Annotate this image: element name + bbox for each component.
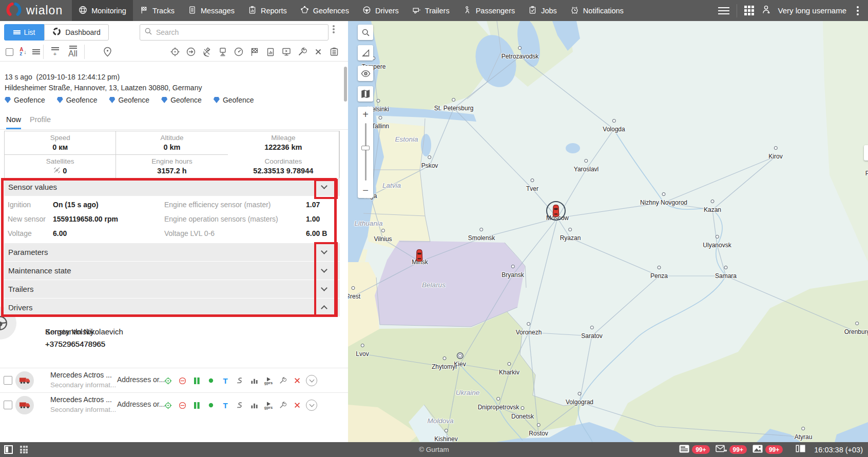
speedometer-icon[interactable]	[233, 46, 244, 57]
map-pin-icon[interactable]	[101, 43, 114, 61]
no-entry-icon[interactable]	[178, 376, 187, 385]
zoom-slider-track[interactable]	[365, 123, 367, 181]
gprs-play-icon[interactable]: gprs	[264, 402, 273, 409]
unit-row[interactable]: Mercedes Actros ... Secondary informat..…	[0, 368, 348, 392]
geofence-chip[interactable]: Geofence	[109, 96, 149, 104]
expand-unit-icon[interactable]	[306, 375, 317, 386]
data-terminal-icon[interactable]	[217, 46, 228, 57]
unit-wrench-icon[interactable]	[278, 376, 287, 385]
expand-unit-icon[interactable]	[306, 400, 317, 411]
nav-tracks[interactable]: Tracks	[133, 0, 181, 21]
unit-row[interactable]: Mercedes Actros ... Secondary informat..…	[0, 392, 348, 417]
unit-car-marker[interactable]	[415, 249, 423, 262]
map-edge-control[interactable]	[864, 145, 868, 161]
track-icon[interactable]	[235, 377, 244, 385]
unit-car-marker[interactable]	[552, 204, 560, 217]
nav-messages[interactable]: Messages	[181, 0, 241, 21]
chevron-down-icon[interactable]	[321, 183, 327, 189]
finish-flag-icon[interactable]	[249, 46, 260, 57]
text-label-icon[interactable]: T	[221, 401, 230, 410]
photos-badge-group[interactable]: 99+	[753, 445, 783, 455]
chevron-down-icon[interactable]	[321, 248, 327, 254]
truck-icon[interactable]	[15, 371, 34, 390]
delete-icon[interactable]	[313, 46, 324, 57]
unit-delete-icon[interactable]	[293, 402, 302, 409]
unit-name[interactable]: Mercedes Actros ...	[50, 371, 112, 379]
apps-grid-icon[interactable]	[744, 6, 754, 15]
list-view-icon[interactable]	[30, 43, 42, 61]
show-all-icon[interactable]: All	[66, 43, 80, 61]
motion-state-icon[interactable]	[192, 402, 201, 409]
geofence-chip[interactable]: Geofence	[57, 96, 98, 104]
copyright-label[interactable]: © Gurtam	[419, 446, 449, 453]
map-search-button[interactable]	[358, 25, 373, 40]
tab-profile[interactable]: Profile	[30, 115, 51, 129]
locate-unit-icon[interactable]	[163, 401, 172, 410]
sort-az-icon[interactable]: Az↓	[16, 43, 30, 61]
geofence-chip[interactable]: Geofence	[5, 96, 45, 104]
nav-drivers[interactable]: Drivers	[356, 0, 406, 21]
monitor-play-icon[interactable]	[281, 46, 292, 57]
nav-notifications[interactable]: Notifications	[564, 0, 630, 21]
bottom-apps-grid-icon[interactable]	[20, 446, 28, 453]
unit-wrench-icon[interactable]	[278, 401, 287, 409]
nav-geofences[interactable]: Geofences	[294, 0, 356, 21]
satellite-off-icon[interactable]	[201, 46, 213, 57]
nav-jobs[interactable]: Jobs	[522, 0, 564, 21]
select-all-checkbox[interactable]	[3, 43, 15, 61]
geofence-chip[interactable]: Geofence	[214, 96, 254, 104]
zoom-out-button[interactable]: −	[358, 184, 373, 197]
chart-icon[interactable]	[249, 377, 259, 385]
user-icon[interactable]	[761, 5, 771, 16]
locate-icon[interactable]	[169, 46, 181, 57]
unit-delete-icon[interactable]	[293, 377, 302, 384]
track-icon[interactable]	[235, 402, 244, 409]
motion-state-icon[interactable]	[192, 377, 201, 385]
wialon-logo[interactable]: wialon	[0, 0, 72, 21]
list-view-button[interactable]: List	[4, 24, 44, 41]
search-kebab-icon[interactable]	[333, 28, 335, 30]
section-sensor-values[interactable]: Sensor values	[4, 178, 340, 196]
map-visibility-button[interactable]	[358, 66, 373, 81]
chevron-down-icon[interactable]	[321, 285, 327, 291]
section-header[interactable]: Maintenance state	[4, 262, 340, 280]
zoom-in-button[interactable]: +	[358, 108, 373, 121]
follow-unit-icon[interactable]	[185, 46, 197, 57]
unit-checkbox[interactable]	[4, 376, 12, 385]
zoom-slider-thumb[interactable]	[361, 146, 370, 150]
username-label[interactable]: Very long username	[778, 6, 846, 15]
add-to-list-icon[interactable]: +	[48, 43, 62, 61]
chevron-up-icon[interactable]	[321, 305, 327, 312]
chevron-down-icon[interactable]	[321, 266, 327, 273]
truck-icon[interactable]	[15, 396, 34, 414]
wrench-icon[interactable]	[297, 46, 308, 57]
unit-checkbox[interactable]	[4, 401, 12, 409]
gprs-play-icon[interactable]: gprs	[264, 377, 273, 385]
menu-burger-icon[interactable]	[718, 7, 729, 14]
panel-scrollbar[interactable]	[344, 67, 347, 102]
text-label-icon[interactable]: T	[221, 376, 230, 385]
section-header[interactable]: Parameters	[4, 243, 340, 261]
nav-trailers[interactable]: Trailers	[406, 0, 456, 21]
news-badge-group[interactable]: 99+	[679, 445, 709, 455]
clipboard-icon[interactable]	[329, 46, 340, 57]
geofence-chip[interactable]: Geofence	[161, 96, 202, 104]
dashboard-view-button[interactable]: Dashboard	[44, 24, 109, 41]
user-kebab-icon[interactable]	[857, 10, 859, 12]
map-layers-button[interactable]	[358, 86, 373, 102]
minimize-panel-icon[interactable]	[4, 445, 13, 454]
section-drivers[interactable]: Drivers	[4, 299, 340, 316]
map-area[interactable]: Tampere Petrozavodsk Helsinki St. Peters…	[348, 21, 868, 442]
layout-icon[interactable]	[796, 445, 805, 454]
nav-monitoring[interactable]: Monitoring	[72, 0, 133, 21]
tab-now[interactable]: Now	[6, 115, 21, 129]
unit-name[interactable]: Mercedes Actros ...	[50, 395, 112, 404]
nav-passengers[interactable]: Passengers	[456, 0, 522, 21]
chart-icon[interactable]	[249, 402, 259, 409]
no-entry-icon[interactable]	[178, 401, 187, 410]
nav-reports[interactable]: Reports	[241, 0, 294, 21]
locate-unit-icon[interactable]	[163, 376, 172, 385]
section-header[interactable]: Trailers	[4, 280, 340, 298]
search-input[interactable]	[156, 28, 324, 36]
map-measure-button[interactable]	[358, 45, 373, 61]
